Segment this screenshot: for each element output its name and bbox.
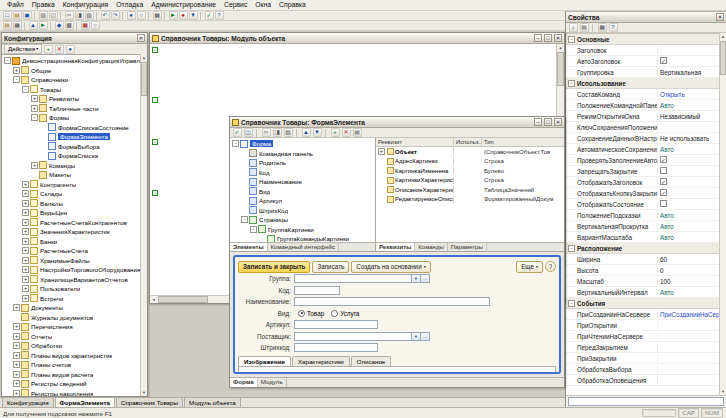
minimize-icon[interactable]: – — [534, 34, 542, 42]
toolbar-icon[interactable] — [122, 12, 124, 20]
tree-expander-icon[interactable]: + — [22, 190, 29, 197]
close-icon[interactable]: ✕ — [137, 34, 145, 42]
collapse-marker-icon[interactable]: - — [152, 139, 158, 145]
config-tree-item[interactable]: + Отчеты — [2, 332, 140, 342]
scroll-up-icon[interactable]: ▲ — [720, 33, 726, 40]
scroll-thumb[interactable] — [158, 296, 208, 303]
tree-expander-icon[interactable]: + — [31, 95, 38, 102]
scroll-left-icon[interactable]: ◄ — [150, 296, 157, 303]
menu-item[interactable]: Администрирование — [147, 0, 220, 10]
element-tree-item[interactable]: ШтрихКод — [230, 206, 375, 216]
toolbar-icon[interactable]: ► — [39, 21, 48, 30]
toolbar-icon[interactable]: + — [331, 128, 340, 137]
group-input[interactable] — [294, 274, 412, 283]
collapse-marker-icon[interactable]: - — [152, 97, 158, 103]
config-tree-item[interactable]: + Контрагенты — [2, 180, 140, 190]
property-row[interactable]: Ширина 60 — [566, 254, 719, 265]
toolbar-icon[interactable]: ▧ — [284, 128, 293, 137]
window-tab[interactable]: Модуль объекта — [184, 397, 241, 407]
property-value-cell[interactable]: Авто — [658, 102, 719, 109]
section-expander-icon[interactable]: - — [568, 80, 575, 87]
tree-expander-icon[interactable]: + — [22, 200, 29, 207]
property-value-cell[interactable]: 60 — [658, 256, 719, 263]
scroll-thumb[interactable] — [720, 41, 726, 75]
toolbar-icon[interactable]: ▩ — [65, 21, 74, 30]
window-tab[interactable]: Справочник Товары — [116, 397, 183, 407]
toolbar-icon[interactable]: ▤ — [3, 21, 12, 30]
menu-item[interactable]: Справка — [275, 0, 310, 10]
config-tree-item[interactable]: ФормаВыбора — [2, 142, 140, 152]
tree-expander-icon[interactable]: - — [250, 226, 257, 233]
attribute-row[interactable]: РедактируемоеОписание ФорматированныйДок… — [376, 195, 564, 205]
tree-expander-icon[interactable]: - — [22, 86, 29, 93]
toolbar-icon[interactable] — [50, 22, 52, 30]
property-row[interactable]: Группировка Вертикальная — [566, 67, 719, 78]
toolbar-icon[interactable]: ▼ — [313, 128, 322, 137]
property-value-cell[interactable]: Авто — [658, 212, 719, 219]
property-value-cell[interactable]: ПриСозданииНаСервере — [658, 311, 719, 318]
toolbar-icon[interactable]: ↷ — [111, 11, 120, 20]
attribute-row[interactable]: КартинкаИзменена Булево — [376, 166, 564, 176]
article-input[interactable] — [294, 320, 378, 329]
pane-tab[interactable]: Параметры — [448, 243, 487, 251]
element-tree-item[interactable]: Родитель — [230, 158, 375, 168]
tree-expander-icon[interactable]: + — [22, 276, 29, 283]
toolbar-icon[interactable]: ▦ — [153, 11, 162, 20]
config-tree-item[interactable]: + Склады — [2, 189, 140, 199]
pane-tab[interactable]: Элементы — [230, 243, 268, 251]
property-row[interactable]: ВариантМасштаба Авто — [566, 232, 719, 243]
property-value-cell[interactable]: Независимый — [658, 113, 719, 120]
config-tree-item[interactable]: + ЗначенияХарактеристик — [2, 227, 140, 237]
tree-expander-icon[interactable]: + — [22, 257, 29, 264]
property-row[interactable]: Высота 0 — [566, 265, 719, 276]
tree-expander-icon[interactable]: + — [13, 67, 20, 74]
config-tree-item[interactable]: + ХранимыеФайлы — [2, 256, 140, 266]
menu-item[interactable]: Окна — [251, 0, 275, 10]
toolbar-icon[interactable] — [96, 12, 98, 20]
toolbar-icon[interactable]: ✂ — [65, 11, 74, 20]
tree-expander-icon[interactable]: + — [22, 228, 29, 235]
maximize-icon[interactable]: □ — [544, 34, 552, 42]
properties-search-input[interactable] — [568, 397, 724, 406]
menu-item[interactable]: Отладка — [112, 0, 147, 10]
tree-expander-icon[interactable]: + — [13, 352, 20, 359]
tree-expander-icon[interactable]: + — [22, 209, 29, 216]
toolbar-icon[interactable] — [200, 12, 202, 20]
property-value-cell[interactable]: 0 — [658, 267, 719, 274]
config-tree-item[interactable]: + Реквизиты — [2, 94, 140, 104]
property-value-cell[interactable]: ✓ — [658, 57, 719, 65]
toolbar-icon[interactable]: ◫ — [49, 11, 58, 20]
config-tree-item[interactable]: + Документы — [2, 303, 140, 313]
toolbar-icon[interactable]: ✓ — [205, 11, 214, 20]
toolbar-icon[interactable]: ? — [609, 23, 618, 32]
tree-expander-icon[interactable]: - — [13, 76, 20, 83]
property-row[interactable]: СоставКоманд Открыть — [566, 89, 719, 100]
toolbar-icon[interactable]: ✓ — [233, 128, 242, 137]
toolbar-icon[interactable]: ◆ — [55, 21, 64, 30]
menu-item[interactable]: Конфигурация — [59, 0, 113, 10]
tree-expander-icon[interactable]: + — [13, 342, 20, 349]
toolbar-icon[interactable]: ▧ — [85, 11, 94, 20]
config-tree-item[interactable]: + НастройкиТорговогоОборудования — [2, 265, 140, 275]
config-tree-item[interactable]: + Планы счетов — [2, 360, 140, 370]
toolbar-icon[interactable] — [256, 129, 258, 137]
menu-item[interactable]: Правка — [28, 0, 59, 10]
toolbar-icon[interactable] — [60, 12, 62, 20]
property-value-cell[interactable]: 100 — [658, 278, 719, 285]
section-expander-icon[interactable]: - — [568, 245, 575, 252]
property-row[interactable]: Заголовок — [566, 45, 719, 56]
form-window-header[interactable]: Справочник Товары: ФормаЭлемента – □ ✕ — [230, 117, 564, 128]
config-tree-item[interactable]: + Встречи — [2, 294, 140, 304]
toolbar-icon[interactable] — [296, 129, 298, 137]
toolbar-icon[interactable] — [34, 12, 36, 20]
pane-tab[interactable]: Командный интерфейс — [268, 243, 339, 251]
config-tree-item[interactable]: - Товары — [2, 85, 140, 95]
minimize-icon[interactable]: – — [534, 118, 542, 126]
toolbar-icon[interactable]: ● — [179, 11, 188, 20]
window-tab[interactable]: ФормаЭлемента — [55, 397, 115, 407]
toolbar-icon[interactable]: ✂ — [262, 128, 271, 137]
page-tab[interactable]: Описание — [351, 356, 391, 366]
element-tree-item[interactable]: Артикул — [230, 196, 375, 206]
toolbar-icon[interactable]: ► — [169, 11, 178, 20]
tree-expander-icon[interactable]: + — [13, 333, 20, 340]
